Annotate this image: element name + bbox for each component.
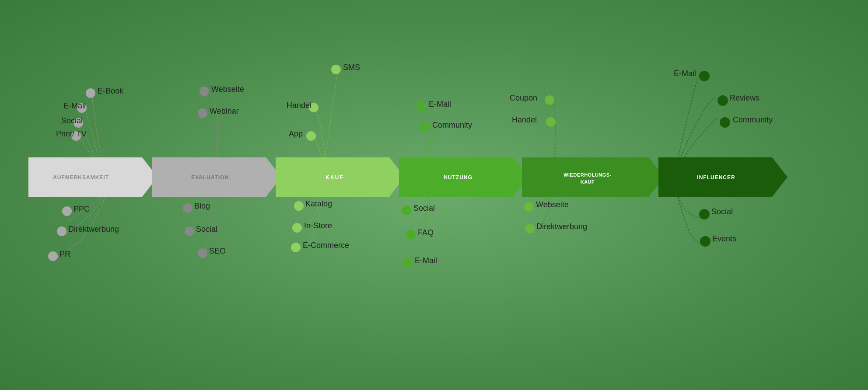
svg-text:INFLUENCER: INFLUENCER	[697, 174, 735, 181]
label-social-nutz: Social	[413, 204, 435, 213]
label-printtv: Print/ TV	[56, 129, 87, 139]
label-community-nutz: Community	[432, 121, 472, 130]
label-coupon: Coupon	[510, 94, 537, 103]
svg-text:KAUF: KAUF	[326, 174, 343, 181]
label-social-eval: Social	[196, 225, 217, 234]
label-faq: FAQ	[418, 228, 434, 237]
dot-webseite-eval	[200, 87, 209, 96]
dot-webinar	[198, 108, 207, 118]
label-events: Events	[712, 234, 736, 244]
label-direktwerbung-wdk: Direktwerbung	[536, 222, 587, 231]
dot-seo	[198, 248, 207, 258]
label-community-infl: Community	[733, 115, 773, 125]
label-instore: In-Store	[304, 221, 332, 230]
dot-faq	[406, 230, 416, 240]
label-seo: SEO	[209, 247, 226, 256]
label-katalog: Katalog	[305, 199, 332, 209]
dot-app	[306, 131, 316, 141]
dot-social-infl	[699, 209, 710, 219]
label-webinar: Webinar	[210, 107, 239, 116]
label-email-nutz-b: E-Mail	[415, 256, 437, 265]
label-webseite-eval: Webseite	[211, 85, 244, 94]
svg-text:WIEDERHOLUNGS-: WIEDERHOLUNGS-	[564, 172, 612, 178]
dot-email-nutz	[416, 101, 426, 111]
label-social-aufm: Social	[61, 116, 83, 125]
dot-ecommerce	[291, 243, 301, 252]
label-blog: Blog	[194, 202, 210, 211]
label-app: App	[289, 129, 303, 139]
svg-text:EVALUATION: EVALUATION	[191, 174, 229, 181]
dot-instore	[292, 223, 302, 233]
dot-coupon	[545, 95, 554, 105]
label-ebook: E-Book	[98, 87, 123, 96]
dot-handel-wdk	[546, 117, 556, 127]
dot-ppc	[62, 206, 72, 216]
label-social-infl: Social	[711, 207, 733, 216]
dot-pr	[48, 251, 58, 261]
dot-reviews	[718, 95, 728, 106]
dot-direktwerbung	[57, 226, 66, 236]
label-webseite-wdk: Webseite	[536, 200, 569, 209]
label-sms: SMS	[343, 63, 360, 72]
dot-email-nutz-b	[402, 258, 412, 268]
dot-direktwerbung-wdk	[525, 224, 535, 233]
label-ecommerce: E-Commerce	[303, 241, 349, 250]
funnel-arrows: AUFMERKSAMKEIT EVALUATION KAUF NUTZUNG W…	[28, 157, 842, 197]
dot-ebook	[86, 88, 95, 98]
label-reviews: Reviews	[730, 94, 760, 103]
dot-events	[700, 236, 710, 247]
label-handel-kauf: Handel	[287, 101, 312, 110]
label-handel-wdk: Handel	[512, 115, 537, 125]
dot-social-nutz	[402, 205, 411, 215]
label-email-infl: E-Mail	[674, 69, 696, 78]
svg-text:KAUF: KAUF	[581, 179, 595, 185]
dot-sms	[331, 65, 341, 74]
dot-katalog	[294, 201, 304, 211]
dot-email-infl	[699, 71, 710, 81]
dot-social-eval	[185, 226, 194, 236]
dot-community-infl	[720, 117, 730, 128]
label-email-nutz: E-Mail	[429, 100, 451, 109]
diagram-container: AUFMERKSAMKEIT EVALUATION KAUF NUTZUNG W…	[0, 0, 868, 390]
svg-text:AUFMERKSAMKEIT: AUFMERKSAMKEIT	[53, 174, 109, 181]
dot-community-nutz	[420, 122, 430, 132]
label-direktwerbung: Direktwerbung	[68, 225, 119, 234]
dot-webseite-wdk	[524, 202, 534, 212]
label-pr: PR	[60, 250, 70, 259]
label-email-aufm: E-Mail	[63, 101, 86, 111]
svg-text:NUTZUNG: NUTZUNG	[444, 174, 472, 181]
dot-blog	[183, 203, 192, 213]
label-ppc: PPC	[74, 205, 90, 214]
